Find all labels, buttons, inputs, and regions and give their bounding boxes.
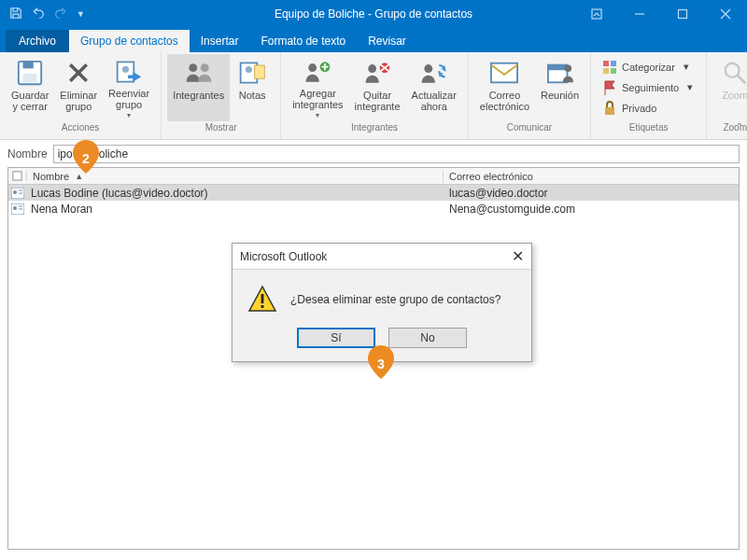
members-button[interactable]: Integrantes [167, 54, 230, 121]
confirm-dialog: Microsoft Outlook ✕ ¿Desea eliminar este… [232, 243, 532, 362]
svg-rect-6 [23, 62, 34, 69]
svg-rect-31 [611, 68, 616, 74]
update-icon [419, 58, 449, 88]
forward-group-icon [114, 58, 144, 86]
dialog-title: Microsoft Outlook [240, 250, 327, 263]
qat-dropdown-icon[interactable]: ▼ [77, 9, 85, 19]
svg-point-17 [309, 63, 317, 72]
group-label-tags: Etiquetas [629, 121, 669, 138]
remove-member-button[interactable]: Quitar integrante [349, 54, 406, 121]
undo-icon[interactable] [32, 7, 45, 22]
svg-rect-7 [23, 74, 37, 82]
warning-icon [247, 285, 277, 315]
svg-point-33 [726, 63, 740, 77]
email-icon [489, 58, 519, 88]
tab-review[interactable]: Revisar [357, 30, 417, 52]
window-buttons [575, 0, 747, 28]
ribbon-options-icon[interactable] [575, 0, 618, 28]
cell-email: lucas@video.doctor [444, 187, 739, 200]
contact-card-icon [8, 203, 27, 215]
save-icon[interactable] [9, 7, 22, 22]
col-email[interactable]: Correo electrónico [444, 170, 739, 183]
dialog-close-icon[interactable]: ✕ [512, 247, 524, 265]
redo-icon[interactable] [54, 7, 67, 22]
svg-rect-0 [592, 9, 601, 19]
minimize-icon[interactable] [618, 0, 661, 28]
ribbon: Guardar y cerrar Eliminar grupo Reenviar… [0, 52, 747, 140]
group-label-members: Integrantes [351, 121, 398, 138]
close-icon[interactable] [704, 0, 747, 28]
group-label-actions: Acciones [62, 121, 100, 138]
svg-rect-2 [679, 10, 687, 19]
forward-group-button[interactable]: Reenviar grupo▾ [103, 54, 155, 121]
categorize-icon [602, 60, 617, 75]
list-header: Nombre▲ Correo electrónico [8, 168, 739, 185]
members-icon [184, 58, 214, 88]
cell-email: Nena@customguide.com [444, 203, 739, 216]
categorize-button[interactable]: Categorizar▾ [599, 57, 697, 77]
svg-rect-44 [261, 294, 264, 303]
dialog-yes-button[interactable]: Sí [297, 328, 375, 348]
delete-group-icon [63, 58, 93, 88]
list-row[interactable]: Nena Moran Nena@customguide.com [8, 201, 739, 217]
lock-icon [602, 101, 617, 116]
svg-rect-35 [13, 172, 21, 180]
group-label-show: Mostrar [205, 121, 237, 138]
group-tags: Categorizar▾ Seguimiento▾ Privado Etique… [591, 52, 707, 139]
svg-line-34 [738, 76, 745, 83]
svg-rect-16 [255, 65, 265, 78]
svg-point-11 [122, 66, 129, 73]
group-name-input[interactable] [53, 145, 740, 163]
svg-rect-45 [261, 305, 264, 308]
title-bar: ▼ Equipo de Boliche - Grupo de contactos [0, 0, 747, 28]
callout-3: 3 [368, 345, 394, 379]
followup-button[interactable]: Seguimiento▾ [599, 77, 697, 97]
update-now-button[interactable]: Actualizar ahora [406, 54, 462, 121]
maximize-icon[interactable] [661, 0, 704, 28]
svg-point-15 [246, 66, 252, 73]
collapse-ribbon-icon[interactable]: ˆ [738, 122, 741, 135]
delete-group-button[interactable]: Eliminar grupo [54, 54, 103, 121]
quick-access-toolbar: ▼ [0, 7, 131, 22]
svg-point-19 [368, 64, 376, 73]
meeting-icon [545, 58, 575, 88]
add-members-button[interactable]: Agregar integrantes▾ [287, 54, 348, 121]
tab-file[interactable]: Archivo [6, 30, 69, 52]
flag-icon [602, 80, 617, 95]
list-row[interactable]: Lucas Bodine (lucas@video.doctor) lucas@… [8, 185, 739, 201]
tab-contact-group[interactable]: Grupo de contactos [69, 30, 190, 52]
ribbon-tabs: Archivo Grupo de contactos Insertar Form… [0, 28, 747, 52]
svg-rect-30 [603, 68, 609, 74]
group-communicate: Correo electrónico Reunión Comunicar [469, 52, 591, 139]
tab-format-text[interactable]: Formato de texto [249, 30, 357, 52]
svg-point-41 [13, 206, 17, 210]
email-button[interactable]: Correo electrónico [474, 54, 535, 121]
dialog-titlebar: Microsoft Outlook ✕ [233, 244, 531, 270]
dialog-no-button[interactable]: No [388, 328, 467, 348]
svg-rect-29 [611, 61, 616, 66]
tab-insert[interactable]: Insertar [190, 30, 250, 52]
add-members-icon [303, 58, 332, 86]
svg-rect-24 [491, 63, 517, 83]
svg-rect-26 [547, 65, 567, 71]
svg-rect-28 [603, 61, 609, 66]
save-close-button[interactable]: Guardar y cerrar [6, 54, 54, 121]
svg-point-12 [189, 63, 197, 72]
cell-name: Nena Moran [27, 203, 444, 216]
meeting-button[interactable]: Reunión [535, 54, 585, 121]
remove-member-icon [362, 58, 392, 88]
callout-2: 2 [73, 140, 99, 174]
private-button[interactable]: Privado [599, 98, 697, 118]
cell-name: Lucas Bodine (lucas@video.doctor) [27, 187, 444, 200]
dialog-message: ¿Desea eliminar este grupo de contactos? [290, 293, 500, 306]
contact-card-icon [8, 188, 27, 199]
group-name-row: Nombre [0, 140, 747, 167]
zoom-icon [720, 58, 747, 88]
col-icon[interactable] [8, 171, 27, 181]
group-name-label: Nombre [7, 147, 48, 161]
group-label-zoom: Zoom [723, 121, 747, 138]
svg-point-37 [13, 190, 17, 194]
group-show: Integrantes Notas Mostrar [162, 52, 281, 139]
notes-button[interactable]: Notas [230, 54, 275, 121]
svg-point-13 [200, 63, 208, 72]
